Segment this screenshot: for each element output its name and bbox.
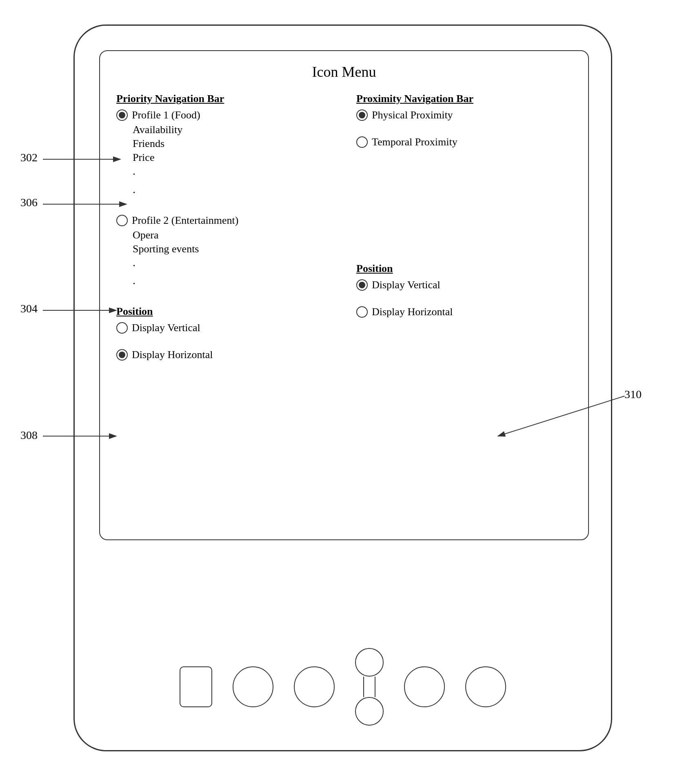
left-display-vertical-radio[interactable]: Display Vertical (116, 322, 332, 334)
proximity-nav-bar-label: Proximity Navigation Bar (356, 93, 572, 105)
hardware-buttons-area (75, 648, 611, 726)
device-frame: Icon Menu Priority Navigation Bar Profil… (73, 24, 612, 751)
temporal-proximity-circle (356, 136, 368, 148)
right-display-vertical-radio[interactable]: Display Vertical (356, 279, 572, 291)
profile2-subitem-2: Sporting events (133, 243, 332, 255)
screen: Icon Menu Priority Navigation Bar Profil… (99, 50, 589, 540)
temporal-proximity-label: Temporal Proximity (372, 136, 458, 148)
right-display-horizontal-radio[interactable]: Display Horizontal (356, 306, 572, 318)
left-display-horizontal-circle (116, 349, 128, 361)
physical-proximity-radio[interactable]: Physical Proximity (356, 109, 572, 121)
temporal-proximity-radio[interactable]: Temporal Proximity (356, 136, 572, 148)
profile1-dots: ·· (133, 165, 332, 202)
right-display-vertical-label: Display Vertical (372, 279, 440, 291)
hw-button-circle-2[interactable] (294, 666, 335, 707)
hw-button-circle-4[interactable] (465, 666, 506, 707)
profile1-radio-circle (116, 109, 128, 121)
right-display-vertical-circle (356, 279, 368, 291)
dpad-bottom[interactable] (355, 697, 384, 726)
profile2-section: Profile 2 (Entertainment) Opera Sporting… (116, 214, 332, 294)
physical-proximity-label: Physical Proximity (372, 109, 453, 121)
left-display-vertical-label: Display Vertical (132, 322, 200, 334)
hw-button-circle-3[interactable] (404, 666, 445, 707)
left-position-section: Position Display Vertical Display Horizo… (116, 305, 332, 361)
profile2-subitem-1: Opera (133, 229, 332, 241)
annotation-308: 308 (20, 429, 38, 442)
profile1-subitem-1: Availability (133, 124, 332, 136)
left-display-horizontal-radio[interactable]: Display Horizontal (116, 349, 332, 361)
profile2-dots: ·· (133, 257, 332, 294)
priority-nav-bar-label: Priority Navigation Bar (116, 93, 332, 105)
annotation-304: 304 (20, 302, 38, 315)
profile2-radio-circle (116, 215, 128, 226)
right-position-label: Position (356, 263, 572, 275)
profile1-label: Profile 1 (Food) (132, 109, 200, 121)
right-display-horizontal-label: Display Horizontal (372, 306, 453, 318)
left-column: Priority Navigation Bar Profile 1 (Food)… (116, 93, 340, 363)
left-display-horizontal-label: Display Horizontal (132, 349, 213, 361)
left-position-label: Position (116, 305, 332, 318)
dpad-middle (363, 677, 375, 697)
profile2-label: Profile 2 (Entertainment) (132, 214, 238, 227)
hw-button-rect[interactable] (180, 666, 212, 707)
profile2-radio[interactable]: Profile 2 (Entertainment) (116, 214, 332, 227)
screen-title: Icon Menu (116, 63, 572, 80)
physical-proximity-circle (356, 109, 368, 121)
profile1-subitem-2: Friends (133, 138, 332, 150)
profile1-subitem-3: Price (133, 151, 332, 164)
annotation-302: 302 (20, 151, 38, 164)
annotation-310: 310 (624, 388, 642, 401)
profile1-section: Profile 1 (Food) Availability Friends Pr… (116, 109, 332, 202)
right-column: Proximity Navigation Bar Physical Proxim… (340, 93, 572, 363)
right-position-section: Position Display Vertical Display Horizo… (356, 263, 572, 318)
hw-button-circle-1[interactable] (233, 666, 273, 707)
columns: Priority Navigation Bar Profile 1 (Food)… (116, 93, 572, 363)
annotation-306: 306 (20, 196, 38, 209)
hw-dpad[interactable] (355, 648, 384, 726)
left-display-vertical-circle (116, 322, 128, 334)
profile1-radio[interactable]: Profile 1 (Food) (116, 109, 332, 121)
dpad-top[interactable] (355, 648, 384, 677)
right-display-horizontal-circle (356, 306, 368, 318)
